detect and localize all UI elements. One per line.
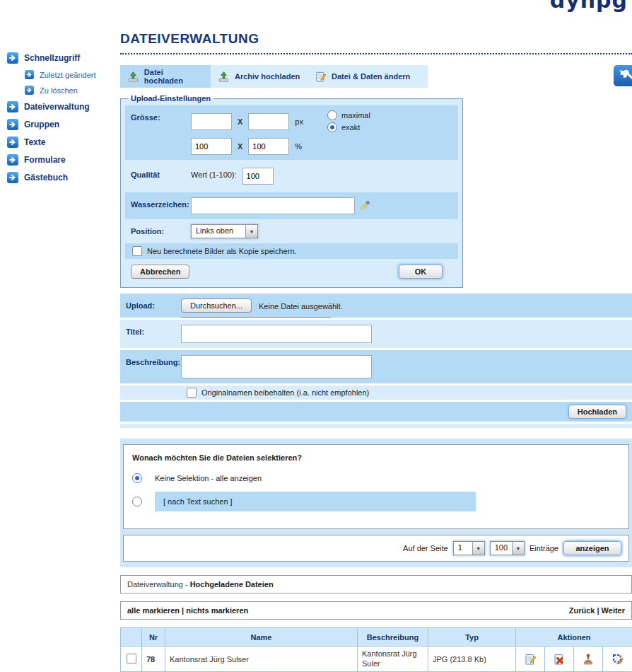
header-beschreibung: Beschreibung [358, 628, 428, 647]
resize-icon[interactable] [611, 653, 624, 666]
sidebar-item-label: Gruppen [24, 120, 59, 129]
sidebar-item-zu-loeschen[interactable]: Zu löschen [25, 86, 117, 95]
title-row: Titel: [120, 320, 632, 348]
cancel-button[interactable]: Abbrechen [131, 265, 189, 279]
sidebar-item-dateiverwaltung[interactable]: Dateiverwaltung [7, 101, 117, 112]
option-text-search[interactable]: [ nach Text suchen ] [132, 492, 620, 511]
sidebar-item-gruppen[interactable]: Gruppen [7, 119, 117, 130]
radio-maximal[interactable]: maximal [327, 110, 370, 120]
upload-submit-button[interactable]: Hochladen [568, 405, 626, 419]
upload-submit-row: Hochladen [120, 402, 632, 422]
breadcrumb-current: Hochgeladene Dateien [190, 580, 274, 589]
delete-icon[interactable] [553, 653, 566, 666]
list-toolbar: alle markieren | nichts markieren Zurück… [120, 601, 632, 620]
wand-icon[interactable] [359, 199, 370, 211]
selection-question: Wonach möchten Sie die Dateien selektier… [132, 453, 620, 462]
px-unit: px [295, 117, 303, 126]
original-name-checkbox[interactable] [187, 388, 197, 398]
next-link[interactable]: Weiter [602, 606, 625, 615]
sidebar-item-zuletzt-geaendert[interactable]: Zuletzt geändert [25, 70, 117, 79]
sidebar-item-label: Zuletzt geändert [40, 71, 96, 79]
height-px-input[interactable] [248, 113, 289, 130]
breadcrumb: Dateiverwaltung - Hochgeladene Dateien [120, 575, 632, 593]
watermark-input[interactable] [191, 197, 355, 214]
wrench-icon [618, 68, 632, 83]
mark-none-link[interactable]: nichts markieren [186, 606, 248, 615]
quality-input[interactable] [242, 168, 274, 185]
sidebar-item-schnellzugriff[interactable]: Schnellzugriff [7, 52, 117, 64]
row-checkbox[interactable] [127, 654, 136, 664]
header-nr: Nr [142, 628, 165, 647]
chevron-down-icon: ▼ [472, 542, 484, 555]
sidebar: Schnellzugriff Zuletzt geändert Zu lösch… [7, 52, 117, 190]
position-label: Position: [131, 224, 191, 236]
width-pct-input[interactable] [191, 138, 232, 155]
width-px-input[interactable] [191, 113, 232, 130]
radio-exakt-control[interactable] [327, 122, 337, 132]
position-select[interactable]: Links oben ▼ [191, 224, 258, 238]
original-name-option[interactable]: Originalnamen beibehalten (i.a. nicht em… [187, 388, 369, 398]
text-search-box[interactable]: [ nach Text suchen ] [155, 492, 476, 511]
sidebar-item-label: Schnellzugriff [24, 53, 80, 63]
row-beschreibung: Kantonsrat Jürg Suler [358, 647, 428, 672]
tools-button[interactable] [614, 65, 632, 86]
table-header-row: Nr Name Beschreibung Typ Aktionen [121, 628, 632, 647]
watermark-row: Wasserzeichen: [125, 192, 458, 219]
option-show-all[interactable]: Keine Selektion - alle anzeigen [132, 473, 620, 483]
radio-maximal-label: maximal [341, 111, 370, 120]
form-end-strip [120, 424, 632, 428]
sidebar-item-texte[interactable]: Texte [7, 137, 117, 148]
arrow-icon [7, 119, 18, 130]
tab-archiv-hochladen[interactable]: Archiv hochladen [211, 65, 308, 88]
radio-exakt[interactable]: exakt [327, 122, 370, 132]
page-select[interactable]: 1 ▼ [453, 541, 485, 555]
quality-label: Qualität [131, 168, 191, 179]
height-pct-input[interactable] [248, 138, 289, 155]
original-name-row: Originalnamen beibehalten (i.a. nicht em… [120, 386, 632, 400]
breadcrumb-separator: - [183, 580, 190, 589]
fieldset-legend: Upload-Einstellungen [128, 94, 213, 103]
back-link[interactable]: Zurück [569, 606, 595, 615]
header-checkbox-col [121, 628, 142, 647]
browse-button[interactable]: Durchsuchen... [181, 299, 252, 313]
quality-row: Qualität Wert (1-100): [125, 163, 458, 190]
description-input[interactable] [181, 355, 372, 378]
ok-button[interactable]: OK [399, 265, 443, 279]
position-row: Position: Links oben ▼ [125, 222, 458, 241]
row-nr: 78 [142, 647, 165, 672]
arrow-icon [7, 154, 18, 166]
chevron-down-icon: ▼ [512, 542, 524, 555]
copy-checkbox[interactable] [132, 246, 142, 256]
sidebar-item-formulare[interactable]: Formulare [7, 154, 117, 166]
sidebar-item-label: Zu löschen [40, 86, 78, 95]
radio-text-search[interactable] [132, 497, 142, 506]
radio-maximal-control[interactable] [327, 110, 337, 120]
sidebar-item-gaestebuch[interactable]: Gästebuch [7, 172, 117, 183]
header-typ: Typ [428, 628, 516, 647]
row-typ: JPG (213.8 Kb) [428, 647, 516, 672]
option-text-search-label: [ nach Text suchen ] [163, 497, 233, 506]
stamp-icon[interactable] [582, 653, 595, 666]
selection-box: Wonach möchten Sie die Dateien selektier… [123, 444, 629, 529]
sidebar-item-label: Dateiverwaltung [24, 102, 90, 112]
upload-row: Upload: Durchsuchen... Keine Datei ausge… [120, 294, 632, 318]
no-file-text: Keine Datei ausgewählt. [252, 299, 343, 311]
settings-buttons-row: Abbrechen OK [125, 262, 458, 282]
edit-icon[interactable] [524, 653, 537, 666]
mark-separator: | [180, 606, 186, 615]
breadcrumb-root: Dateiverwaltung [127, 580, 183, 589]
tab-datei-daten-aendern[interactable]: Datei & Daten ändern [308, 65, 428, 88]
position-select-value: Links oben [192, 225, 245, 238]
radio-show-all[interactable] [132, 473, 142, 483]
show-button[interactable]: anzeigen [563, 541, 621, 555]
percent-unit: % [295, 142, 302, 151]
header-aktionen: Aktionen [516, 628, 632, 647]
page-label: Auf der Seite [403, 544, 448, 552]
radio-exakt-label: exakt [341, 123, 360, 132]
title-input[interactable] [181, 325, 372, 343]
tab-datei-hochladen[interactable]: Datei hochladen [120, 65, 211, 88]
description-row: Beschreibung: [120, 350, 632, 383]
count-select[interactable]: 100 ▼ [490, 541, 525, 555]
mark-all-link[interactable]: alle markieren [127, 606, 180, 615]
chevron-down-icon: ▼ [245, 225, 257, 238]
